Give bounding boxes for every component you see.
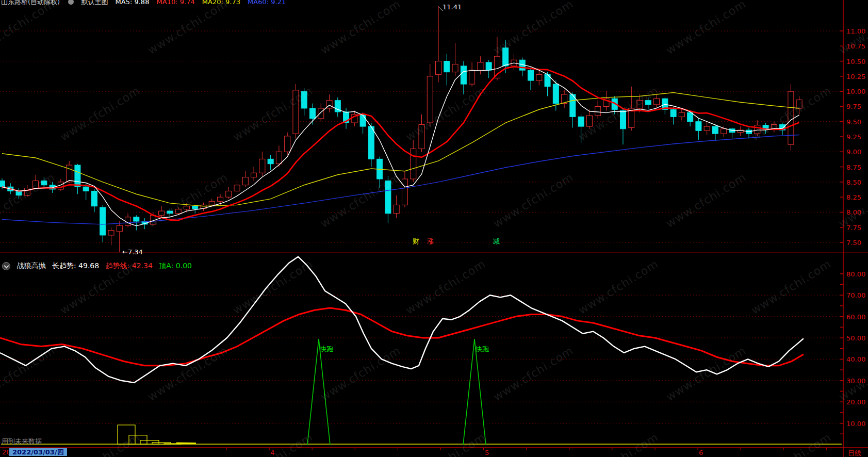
candle-body bbox=[394, 205, 399, 213]
spike-label: 快跑 bbox=[476, 345, 489, 354]
collapse-chevron-icon[interactable] bbox=[2, 262, 10, 270]
candle-body bbox=[0, 181, 5, 187]
candle-body bbox=[309, 108, 315, 119]
candle-body bbox=[411, 149, 416, 179]
ma20-line bbox=[2, 92, 799, 206]
candle-body bbox=[209, 201, 215, 205]
candle-body bbox=[444, 61, 450, 72]
histogram-bar bbox=[129, 435, 147, 444]
candle-body bbox=[620, 111, 626, 129]
indicator-name[interactable]: 战狼高抛 bbox=[17, 262, 45, 270]
indicator-field-trend-line: 趋势线: 42.34 bbox=[106, 262, 153, 270]
price-axis-label: 8.00 bbox=[846, 209, 868, 216]
indicator-axis-label: 70.00 bbox=[846, 292, 868, 299]
signal-marker: 减 bbox=[493, 237, 500, 246]
candle-body bbox=[528, 70, 534, 80]
candle-body bbox=[755, 125, 760, 134]
candle-body bbox=[184, 206, 189, 209]
sell-spike bbox=[463, 339, 486, 445]
price-axis-label: 8.75 bbox=[846, 164, 868, 171]
ma5-value: MA5: 9.88 bbox=[116, 0, 150, 6]
candle-body bbox=[318, 108, 324, 119]
candle-body bbox=[293, 90, 299, 134]
price-axis-label: 10.25 bbox=[846, 73, 868, 80]
chart-canvas[interactable] bbox=[0, 0, 868, 457]
spike-label: 快跑 bbox=[320, 345, 333, 354]
candle-body bbox=[24, 188, 30, 195]
indicator-axis-label: 60.00 bbox=[846, 314, 868, 320]
candle-body bbox=[645, 101, 651, 105]
candle-body bbox=[285, 136, 290, 152]
candle-body bbox=[788, 91, 794, 144]
candle-body bbox=[251, 173, 257, 177]
price-axis-label: 9.25 bbox=[846, 134, 868, 140]
ma5-line bbox=[2, 63, 799, 226]
candle-body bbox=[670, 109, 676, 117]
overlay-indicator-label[interactable]: 默认主图 bbox=[81, 0, 108, 6]
candle-body bbox=[712, 126, 718, 134]
candle-body bbox=[578, 117, 584, 126]
indicator-axis-label: 30.00 bbox=[846, 378, 868, 384]
indicator-axis-label: 40.00 bbox=[846, 356, 868, 363]
candle-body bbox=[234, 185, 240, 191]
sell-spike bbox=[307, 339, 330, 445]
candle-body bbox=[402, 179, 407, 205]
main-chart-header: 山东路桥(自动除权) 默认主图 MA5: 9.88 MA10: 9.74 MA2… bbox=[1, 0, 291, 6]
high-annotation-pointer bbox=[438, 7, 443, 11]
ma20-value: MA20: 9.73 bbox=[202, 0, 240, 6]
x-axis-month-label: 4 bbox=[270, 449, 274, 456]
price-axis-label: 7.50 bbox=[846, 239, 868, 246]
trend-line bbox=[0, 308, 804, 366]
candle-body bbox=[100, 207, 106, 235]
candle-body bbox=[419, 125, 424, 149]
candle-body bbox=[687, 112, 693, 122]
price-axis-label: 11.00 bbox=[846, 28, 868, 35]
candle-body bbox=[486, 62, 492, 70]
price-axis-label: 9.00 bbox=[846, 149, 868, 155]
candle-body bbox=[385, 181, 391, 214]
candle-body bbox=[536, 74, 542, 80]
candle-body bbox=[192, 206, 198, 209]
signal-marker: 财 bbox=[413, 237, 419, 246]
candle-body bbox=[259, 159, 265, 173]
candle-body bbox=[360, 115, 366, 126]
indicator-field-long-trend: 长趋势: 49.68 bbox=[52, 262, 99, 270]
signal-marker: 涨 bbox=[427, 237, 434, 246]
candle-body bbox=[167, 211, 173, 214]
price-axis-label: 10.50 bbox=[846, 58, 868, 65]
price-axis-label: 7.75 bbox=[846, 224, 868, 231]
indicator-field-top-a: 顶A: 0.00 bbox=[159, 262, 192, 270]
price-axis-label: 9.75 bbox=[846, 103, 868, 110]
ma60-value: MA60: 9.21 bbox=[248, 0, 286, 6]
candle-body bbox=[427, 76, 433, 123]
long-trend-line bbox=[0, 257, 804, 383]
candle-body bbox=[553, 84, 559, 103]
candle-body bbox=[654, 99, 660, 105]
candle-body bbox=[595, 106, 601, 116]
candle-body bbox=[268, 159, 273, 164]
candle-body bbox=[461, 66, 466, 84]
high-price-annotation: 11.41 bbox=[443, 3, 462, 11]
indicator-dot-icon bbox=[68, 0, 74, 5]
candle-body bbox=[226, 191, 232, 197]
candle-body bbox=[452, 64, 458, 72]
candle-body bbox=[83, 187, 89, 191]
candle-body bbox=[67, 165, 72, 182]
period-label[interactable]: 日线 bbox=[848, 449, 861, 457]
candle-body bbox=[436, 61, 441, 75]
candle-body bbox=[75, 165, 80, 187]
histogram-bar bbox=[118, 425, 135, 444]
indicator-axis-label: 50.00 bbox=[846, 335, 868, 341]
ma10-value: MA10: 9.74 bbox=[157, 0, 195, 6]
candle-body bbox=[469, 70, 475, 84]
candle-body bbox=[218, 197, 223, 201]
trading-app-window: www.cfchi.comwww.cfchi.comwww.cfchi.comw… bbox=[0, 0, 868, 457]
low-price-annotation: ←7.34 bbox=[122, 248, 143, 256]
indicator-header: 战狼高抛 长趋势: 49.68 趋势线: 42.34 顶A: 0.00 bbox=[2, 261, 196, 270]
price-axis-label: 8.50 bbox=[846, 179, 868, 186]
candle-body bbox=[679, 112, 684, 117]
candle-body bbox=[586, 116, 592, 126]
candle-body bbox=[637, 101, 643, 108]
price-axis-label: 10.00 bbox=[846, 88, 868, 95]
selected-date-chip: 2022/03/03/四 bbox=[9, 448, 67, 456]
